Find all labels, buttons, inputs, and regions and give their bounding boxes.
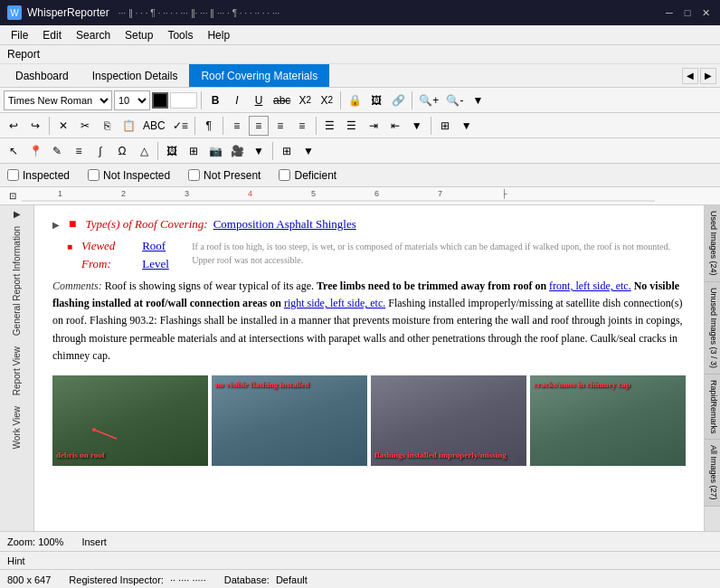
deficient-checkbox[interactable]: Deficient — [279, 169, 336, 182]
align-center-button[interactable]: ≡ — [249, 116, 269, 136]
spellcheck-button[interactable]: ABC — [140, 116, 168, 136]
lock-button[interactable]: 🔒 — [345, 90, 365, 110]
comments-text3-link[interactable]: right side, left side, etc. — [284, 297, 385, 309]
insert-image-button[interactable]: 🖼 — [162, 141, 182, 161]
underline-button[interactable]: U — [249, 90, 269, 110]
right-sidebar: Used Images (24) Unused Images (3 / 3) R… — [704, 205, 720, 531]
comments-text2-link[interactable]: front, left side, etc. — [549, 280, 631, 292]
table-dropdown[interactable]: ▼ — [457, 116, 477, 136]
zoom-dropdown[interactable]: ▼ — [468, 90, 488, 110]
document-content: ▶ ■ Type(s) of Roof Covering: Compositio… — [52, 214, 686, 466]
sidebar-used-images[interactable]: Used Images (24) — [705, 205, 720, 282]
menu-search[interactable]: Search — [69, 25, 118, 44]
not-present-checkbox[interactable]: Not Present — [188, 169, 261, 182]
zoom-in-button[interactable]: 🔍+ — [416, 90, 441, 110]
bottom-bar: 800 x 647 Registered Inspector: ·· ···· … — [0, 569, 720, 588]
minimize-button[interactable]: ─ — [662, 5, 677, 20]
maximize-button[interactable]: □ — [680, 5, 695, 20]
close-button[interactable]: ✕ — [698, 5, 713, 20]
not-inspected-checkbox[interactable]: Not Inspected — [88, 169, 170, 182]
sidebar-rapidremarks[interactable]: RapidRemarks — [705, 375, 720, 441]
zoom-out-button[interactable]: 🔍- — [443, 90, 466, 110]
draw-button[interactable]: ✎ — [47, 141, 67, 161]
sidebar-unused-images[interactable]: Unused Images (3 / 3) — [705, 282, 720, 375]
anchor-button[interactable]: ↖ — [4, 141, 24, 161]
sidebar-work-view[interactable]: Work View — [10, 403, 24, 452]
font-color-picker[interactable] — [152, 92, 168, 109]
table2-dropdown[interactable]: ▼ — [298, 141, 318, 161]
image-4[interactable]: cracks/moss in chimney cap — [530, 375, 686, 466]
tab-dashboard[interactable]: Dashboard — [4, 64, 81, 87]
viewed-from-value[interactable]: Roof Level — [142, 237, 186, 272]
image-2[interactable]: no visible flashing installed — [212, 375, 367, 466]
video-button[interactable]: 🎥 — [227, 141, 247, 161]
integral-button[interactable]: ∫ — [90, 141, 110, 161]
menu-help[interactable]: Help — [200, 25, 237, 44]
numbered-list-button[interactable]: ☰ — [342, 116, 362, 136]
image-1[interactable]: debris on roof — [52, 375, 208, 466]
image-button[interactable]: 🖼 — [366, 90, 386, 110]
grid-button[interactable]: ⊞ — [184, 141, 204, 161]
viewed-from-hint: If a roof is too high, is too steep, is … — [192, 240, 686, 267]
italic-button[interactable]: I — [227, 90, 247, 110]
type-value[interactable]: Composition Asphalt Shingles — [213, 215, 356, 233]
separator2 — [340, 91, 341, 109]
tab-next-button[interactable]: ▶ — [700, 68, 716, 84]
omega-button[interactable]: Ω — [112, 141, 132, 161]
sidebar-report-view[interactable]: Report View — [10, 343, 24, 399]
type-expand-icon[interactable]: ▶ — [52, 218, 60, 232]
menu-file[interactable]: File — [4, 25, 35, 44]
tab-prev-button[interactable]: ◀ — [682, 68, 698, 84]
tab-bar: Dashboard Inspection Details Roof Coveri… — [0, 64, 720, 88]
hint-label: Hint — [7, 555, 25, 566]
bullet-list-button[interactable]: ☰ — [320, 116, 340, 136]
bold-button[interactable]: B — [205, 90, 225, 110]
list-dropdown[interactable]: ▼ — [407, 116, 427, 136]
section-expand-icon: ▶ — [14, 209, 21, 219]
cut-button[interactable]: ✂ — [75, 116, 95, 136]
media-dropdown[interactable]: ▼ — [249, 141, 269, 161]
image-3[interactable]: flashings installed improperly/missing — [371, 375, 526, 466]
tab-inspection-details[interactable]: Inspection Details — [81, 64, 190, 87]
table2-button[interactable]: ⊞ — [277, 141, 297, 161]
align-left-button[interactable]: ≡ — [227, 116, 247, 136]
status-bar: Zoom: 100% Insert — [0, 531, 720, 551]
align-right-button[interactable]: ≡ — [270, 116, 290, 136]
indent-button[interactable]: ⇥ — [364, 116, 384, 136]
list-check-button[interactable]: ✓≡ — [170, 116, 191, 136]
font-family-select[interactable]: Times New Roman Arial Courier New — [4, 90, 112, 110]
toolbar-edit: ↩ ↪ ✕ ✂ ⎘ 📋 ABC ✓≡ ¶ ≡ ≡ ≡ ≡ ☰ ☰ ⇥ ⇤ ▼ ⊞… — [0, 113, 720, 138]
paragraph-button[interactable]: ¶ — [199, 116, 219, 136]
sep8 — [431, 117, 431, 135]
undo-button[interactable]: ↩ — [4, 116, 24, 136]
lines-button[interactable]: ≡ — [69, 141, 89, 161]
content-area[interactable]: ▶ ■ Type(s) of Roof Covering: Compositio… — [34, 205, 704, 531]
shape-button[interactable]: △ — [134, 141, 154, 161]
checkbox-row: Inspected Not Inspected Not Present Defi… — [0, 164, 720, 187]
copy-button[interactable]: ⎘ — [97, 116, 117, 136]
superscript-button[interactable]: X2 — [317, 90, 336, 110]
menu-setup[interactable]: Setup — [118, 25, 160, 44]
table-button[interactable]: ⊞ — [435, 116, 455, 136]
font-size-select[interactable]: 10 12 14 16 — [114, 90, 150, 110]
sidebar-all-images[interactable]: All Images (27) — [705, 440, 720, 507]
app-name: WhisperReporter — [27, 6, 109, 19]
camera-button[interactable]: 📷 — [205, 141, 225, 161]
menu-tools[interactable]: Tools — [160, 25, 200, 44]
subscript-button[interactable]: X2 — [295, 90, 315, 110]
align-justify-button[interactable]: ≡ — [292, 116, 312, 136]
strikethrough-button[interactable]: abc — [270, 90, 293, 110]
toolbar-format: Times New Roman Arial Courier New 10 12 … — [0, 88, 720, 113]
link-button[interactable]: 🔗 — [388, 90, 408, 110]
redo-button[interactable]: ↪ — [25, 116, 45, 136]
pin-button[interactable]: 📍 — [25, 141, 45, 161]
paste-button[interactable]: 📋 — [118, 116, 138, 136]
highlight-color[interactable] — [170, 92, 197, 109]
sidebar-general-info[interactable]: General Report Information — [10, 223, 24, 339]
menu-edit[interactable]: Edit — [35, 25, 69, 44]
viewed-from-row: ■ Viewed From: Roof Level If a roof is t… — [67, 237, 686, 272]
delete-button[interactable]: ✕ — [53, 116, 73, 136]
tab-roof-covering[interactable]: Roof Covering Materials — [189, 64, 329, 87]
inspected-checkbox[interactable]: Inspected — [7, 169, 70, 182]
outdent-button[interactable]: ⇤ — [385, 116, 405, 136]
